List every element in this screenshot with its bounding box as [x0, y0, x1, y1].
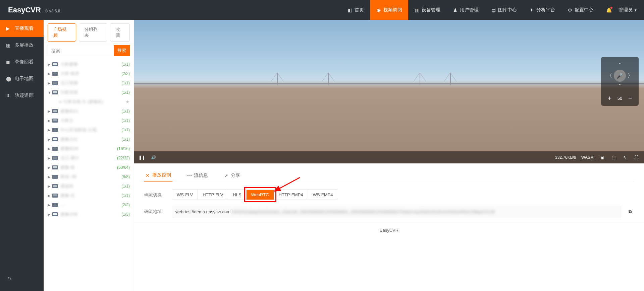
stream-switch-label: 码流切换 [144, 192, 167, 198]
star-icon[interactable]: ★ [125, 99, 130, 104]
play-circle-icon: ◉ [376, 7, 381, 13]
caret-icon: ▶ [48, 72, 52, 76]
pause-button[interactable]: ❚❚ [139, 154, 145, 160]
tree-item[interactable]: ▶摄像分组(1/3) [46, 210, 132, 219]
tree-tab-plaza[interactable]: 广场视频 [48, 23, 76, 42]
protocol-webrtc[interactable]: WebRTC [247, 190, 274, 200]
tree-item[interactable]: ▶大桥主(1/1) [46, 116, 132, 125]
sidebar-emap[interactable]: ⬤电子地图 [0, 70, 44, 87]
zoom-in-button[interactable]: + [606, 94, 613, 102]
tab-share[interactable]: ↗分享 [223, 169, 241, 182]
user-menu[interactable]: 管理员▼ [619, 7, 637, 13]
sidebar-live[interactable]: ▶直播观看 [0, 20, 44, 37]
caret-icon: ▶ [48, 212, 52, 217]
volume-button[interactable]: 🔊 [150, 154, 156, 160]
record-icon: ⬚ [612, 155, 615, 160]
sidebar-collapse-button[interactable]: ⇆ [0, 272, 19, 284]
protocol-http-flv[interactable]: HTTP-FLV [198, 190, 228, 200]
gear-icon: ⚙ [567, 7, 573, 13]
tree-list[interactable]: ▶大桥摄像(1/1)▶大桥-南岸(2/2)▶北江南侧(1/1)▼引桥东南(1/1… [44, 60, 134, 291]
video-player[interactable]: ˄ ˅ 〈 〉 🎤 + 50 − ❚❚ 🔊 332.76KB/s WASM [134, 20, 644, 163]
tree-item[interactable]: ▶桥面--南(8/8) [46, 172, 132, 181]
plus-icon: + [608, 95, 612, 102]
nav-user[interactable]: ♟用户管理 [446, 0, 485, 20]
tab-label: 分享 [231, 172, 240, 178]
notifications-button[interactable]: 🔔 [606, 7, 612, 13]
tree-item-count: (2/2) [121, 203, 130, 207]
tab-stream-info[interactable]: 〰流信息 [186, 169, 209, 182]
ptz-toggle-button[interactable]: ↖ [622, 154, 628, 160]
tree-item[interactable]: ▶摄像点位(1/1) [46, 135, 132, 144]
tree-item-label: ▸ 引桥东南·主·(摄像机) [60, 99, 125, 105]
video-icon: ◼ [6, 59, 11, 65]
stream-url-box[interactable]: webrtcs://demo.easycvr.com: 8443/rtc/pla… [172, 206, 621, 217]
device-icon [52, 184, 58, 188]
tree-item-label: 摄像机06 [60, 146, 117, 152]
copy-url-button[interactable]: ⧉ [629, 209, 634, 214]
tree-item[interactable]: ▶摄像-组(50/64) [46, 163, 132, 172]
tree-item-count: (16/16) [117, 146, 130, 151]
zoom-out-button[interactable]: − [626, 94, 634, 102]
nav-config[interactable]: ⚙配置中心 [561, 0, 599, 20]
tree-item-count: (1/1) [121, 118, 130, 123]
nav-analysis[interactable]: ✦分析平台 [523, 0, 561, 20]
tree-item-label: 北江南侧 [60, 80, 121, 86]
footer: EasyCVR [134, 223, 644, 237]
wrench-icon: ✕ [146, 173, 150, 177]
tree-item[interactable]: ▶大桥摄像(1/1) [46, 60, 132, 69]
tree-item[interactable]: ▶北江南侧(1/1) [46, 78, 132, 88]
tree-search-button[interactable]: 搜索 [114, 45, 130, 56]
tree-item-child[interactable]: ▸ 引桥东南·主·(摄像机)★ [46, 97, 132, 106]
tree-item[interactable]: ▶摄像机01(1/1) [46, 106, 132, 116]
tree-item[interactable]: ▶北江-通行(22/32) [46, 153, 132, 163]
device-icon [52, 156, 58, 160]
nav-label: 用户管理 [460, 7, 479, 13]
tree-item[interactable]: ▶大桥-南岸(2/2) [46, 69, 132, 78]
tab-playback-control[interactable]: ✕播放控制 [144, 169, 172, 182]
url-blurred: 8443/rtc/play/live/stream_channel_340200… [232, 209, 495, 214]
grid-icon: ▦ [6, 43, 11, 48]
nav-home[interactable]: ◧首页 [341, 0, 370, 20]
tree-item[interactable]: ▶中心区域桥面-主视(1/1) [46, 125, 132, 135]
sidebar-multiscreen[interactable]: ▦多屏播放 [0, 37, 44, 54]
record-button[interactable]: ⬚ [610, 154, 616, 160]
caret-icon: ▶ [48, 203, 52, 207]
caret-icon: ▶ [48, 184, 52, 189]
tree-item-count: (8/8) [121, 174, 130, 179]
ptz-mic-button[interactable]: 🎤 [614, 70, 626, 82]
nav-video[interactable]: ◉视频调阅 [370, 0, 408, 20]
tree-tab-fav[interactable]: 收藏 [110, 23, 130, 42]
chevron-left-icon: 〈 [607, 72, 612, 79]
tree-item-label: 大桥摄像 [60, 61, 121, 67]
device-icon [52, 90, 58, 94]
tree-item[interactable]: ▶摄像机06(16/16) [46, 144, 132, 153]
ptz-up-button[interactable]: ˄ [615, 61, 624, 70]
tree-item-label: 摄像-北 [60, 193, 121, 199]
caret-icon: ▶ [48, 175, 52, 179]
tree-item-count: (2/2) [121, 71, 130, 76]
tree-item[interactable]: ▶摄像-北(1/1) [46, 191, 132, 200]
nav-gallery[interactable]: ▤图库中心 [485, 0, 523, 20]
tab-label: 播放控制 [152, 172, 171, 178]
fullscreen-button[interactable]: ⛶ [633, 154, 639, 160]
ptz-left-button[interactable]: 〈 [605, 71, 614, 80]
tree-search-input[interactable] [48, 45, 114, 56]
nav-device[interactable]: ▥设备管理 [408, 0, 446, 20]
caret-icon: ▶ [48, 128, 52, 132]
snapshot-button[interactable]: ▣ [599, 154, 605, 160]
ptz-down-button[interactable]: ˅ [615, 82, 624, 90]
protocol-ws-flv[interactable]: WS-FLV [172, 190, 198, 200]
protocol-hls[interactable]: HLS [228, 190, 246, 200]
ptz-right-button[interactable]: 〉 [626, 71, 635, 80]
tree-tab-group[interactable]: 分组列表 [79, 23, 107, 42]
sidebar-playback[interactable]: ◼录像回看 [0, 54, 44, 70]
protocol-http-fmp4[interactable]: HTTP-FMP4 [274, 190, 308, 200]
tree-item[interactable]: ▶通道组(1/1) [46, 181, 132, 191]
protocol-ws-fmp4[interactable]: WS-FMP4 [308, 190, 338, 200]
camera-icon: ▣ [600, 155, 604, 160]
sidebar-track[interactable]: ↯轨迹追踪 [0, 87, 44, 104]
tree-item[interactable]: ▼引桥东南(1/1) [46, 88, 132, 97]
tree-item-label: 引桥东南 [60, 89, 121, 95]
device-icon: ▥ [414, 7, 420, 13]
tree-item[interactable]: ▶---(2/2) [46, 200, 132, 210]
